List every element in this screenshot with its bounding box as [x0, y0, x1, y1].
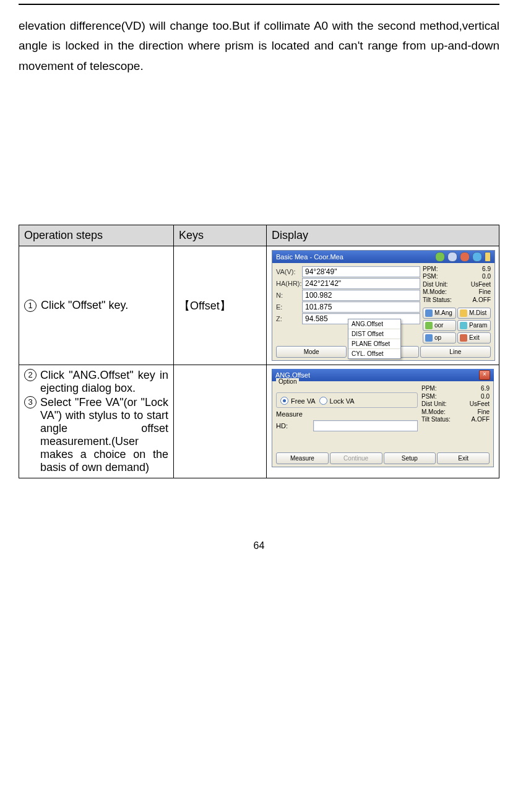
distunit-label: Dist Unit: — [423, 281, 448, 289]
measure-button[interactable]: Measure — [276, 452, 329, 464]
step3-num: 3 — [24, 396, 37, 408]
continue-button: Continue — [330, 452, 382, 464]
hahr-label: HA(HR): — [276, 280, 302, 287]
body-paragraph: elevation difference(VD) will change too… — [19, 16, 499, 76]
tiltstatus-label: Tilt Status: — [423, 296, 452, 304]
ang-offset-dialog: ANG.Offset × Option Free VA — [272, 369, 494, 467]
psm-value: 0.0 — [481, 393, 490, 401]
step2-3-cell: 2 Click "ANG.Offset" key in ejecting dia… — [19, 365, 174, 478]
radio-icon — [319, 397, 327, 405]
psm-label: PSM: — [421, 393, 436, 401]
option-group-title: Option — [276, 378, 299, 385]
vav-value: 94°28'49" — [302, 266, 420, 277]
measure-label: Measure — [276, 410, 309, 418]
hahr-value: 242°21'42" — [302, 278, 420, 289]
step3-text: Select "Free VA"(or "Lock VA") with styl… — [40, 396, 168, 474]
ppm-value: 6.9 — [482, 266, 491, 274]
distunit-label: Dist Unit: — [421, 400, 447, 408]
step2-num: 2 — [24, 369, 37, 381]
page-number: 64 — [19, 540, 499, 551]
mode-tab[interactable]: Mode — [276, 346, 347, 358]
col-header-keys: Keys — [174, 225, 267, 246]
mmode-value: Fine — [479, 288, 491, 296]
option-group: Free VA Lock VA — [276, 392, 418, 408]
n-value: 100.982 — [302, 290, 420, 301]
dialog-bottom-tabs: Measure Continue Setup Exit — [276, 452, 490, 464]
ppm-label: PPM: — [421, 385, 436, 393]
battery-icon — [485, 252, 491, 262]
tiltstatus-value: A.OFF — [473, 296, 491, 304]
radio-icon — [280, 397, 288, 405]
bottom-tabs: Mode OCC PT Line ANG.Offset DIST Offset … — [272, 345, 494, 360]
window-title: Basic Mea - Coor.Mea — [276, 253, 343, 261]
offset-menu-cyl[interactable]: CYL. Offset — [348, 348, 400, 358]
step1-text: Click "Offset" key. — [41, 299, 128, 311]
dialog-titlebar: ANG.Offset × — [272, 369, 494, 381]
operation-table: Operation steps Keys Display 1 Click "Of… — [19, 225, 499, 479]
bluetooth-icon — [472, 252, 482, 262]
psm-label: PSM: — [423, 273, 438, 281]
titlebar-icon — [447, 252, 457, 262]
row1-keys: 【Offset】 — [174, 246, 267, 365]
lock-va-radio[interactable]: Lock VA — [319, 397, 355, 405]
param-button[interactable]: Param — [457, 320, 491, 331]
row2-display: ANG.Offset × Option Free VA — [267, 365, 499, 478]
col-header-op: Operation steps — [19, 225, 174, 246]
e-label: E: — [276, 303, 302, 311]
free-va-radio[interactable]: Free VA — [280, 397, 316, 405]
vav-label: VA(V): — [276, 268, 302, 275]
distunit-value: UsFeet — [471, 281, 491, 289]
row1-display: Basic Mea - Coor.Mea VA(V): — [267, 246, 499, 365]
mdist-button[interactable]: M.Dist — [457, 308, 491, 319]
stats-panel: PPM:6.9 PSM:0.0 Dist Unit:UsFeet M.Mode:… — [421, 385, 490, 424]
page-rule — [19, 4, 499, 5]
setup-button[interactable]: Setup — [384, 452, 436, 464]
window-titlebar: Basic Mea - Coor.Mea — [272, 251, 494, 263]
close-icon[interactable]: × — [479, 370, 490, 380]
ppm-label: PPM: — [423, 266, 438, 274]
distunit-value: UsFeet — [470, 400, 490, 408]
offset-menu: ANG.Offset DIST Offset PLANE Offset CYL.… — [348, 319, 401, 359]
step1-cell: 1 Click "Offset" key. — [19, 246, 174, 365]
offset-menu-ang[interactable]: ANG.Offset — [348, 319, 400, 329]
coor-mea-window: Basic Mea - Coor.Mea VA(V): — [272, 250, 495, 361]
step2-text: Click "ANG.Offset" key in ejecting dialo… — [40, 369, 168, 395]
tiltstatus-label: Tilt Status: — [421, 416, 451, 424]
offset-menu-dist[interactable]: DIST Offset — [348, 329, 400, 339]
offset-menu-plane[interactable]: PLANE Offset — [348, 339, 400, 348]
exit-button[interactable]: Exit — [437, 452, 490, 464]
stats-panel: PPM:6.9 PSM:0.0 Dist Unit:UsFeet M.Mode:… — [423, 266, 491, 344]
n-label: N: — [276, 292, 302, 299]
step1-num: 1 — [24, 300, 37, 312]
row2-keys — [174, 365, 267, 478]
mang-button[interactable]: M.Ang — [423, 308, 456, 319]
coor-button[interactable]: oor — [423, 320, 456, 331]
ppm-value: 6.9 — [481, 385, 490, 393]
col-header-display: Display — [267, 225, 499, 246]
exit-button[interactable]: Exit — [457, 332, 491, 343]
mmode-value: Fine — [478, 408, 490, 417]
psm-value: 0.0 — [482, 273, 491, 281]
z-label: Z: — [276, 315, 302, 322]
tiltstatus-value: A.OFF — [472, 416, 490, 424]
hd-value — [313, 420, 418, 431]
mmode-label: M.Mode: — [423, 288, 447, 296]
e-value: 101.875 — [302, 301, 420, 313]
mmode-label: M.Mode: — [421, 408, 446, 417]
hd-label: HD: — [276, 422, 309, 430]
op-button[interactable]: op — [423, 332, 456, 343]
titlebar-icon — [435, 252, 445, 262]
line-tab[interactable]: Line — [420, 346, 491, 358]
titlebar-icon — [460, 252, 470, 262]
